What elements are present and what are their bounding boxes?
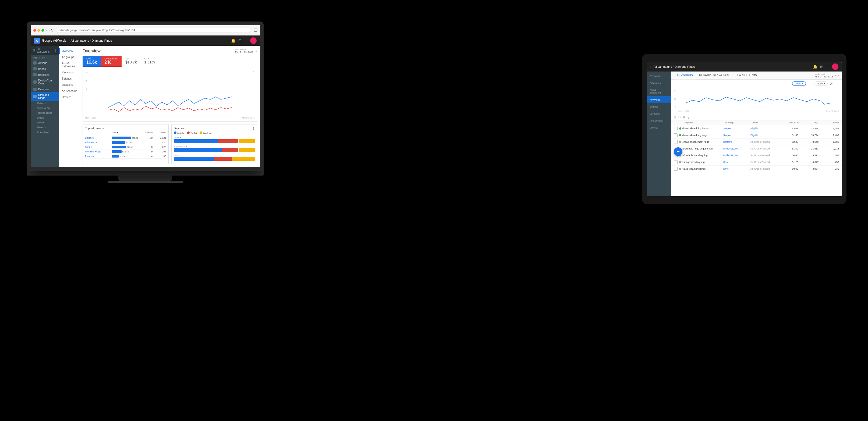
nav-overview[interactable]: Overview bbox=[59, 48, 80, 54]
sidebar-sub-platinum2[interactable]: Platinum bbox=[31, 125, 59, 130]
col-conv-header[interactable]: Conv. ▾ bbox=[139, 131, 153, 134]
nav-settings[interactable]: Settings bbox=[59, 75, 80, 82]
table-row[interactable]: cheap engagement rings Solitaire Ad Grou… bbox=[671, 139, 842, 145]
t-nav-settings[interactable]: Settings bbox=[647, 103, 671, 110]
th-status[interactable]: Status bbox=[752, 122, 779, 124]
notification-icon[interactable]: 🔔 bbox=[813, 65, 817, 69]
nav-devices[interactable]: Devices bbox=[59, 94, 80, 100]
ad-group-cell[interactable]: Solitaire bbox=[723, 140, 750, 143]
tab-keywords[interactable]: KEYWORDS bbox=[674, 71, 696, 79]
table-row-promise-rings[interactable]: Promise Rings $18.19 9 201 bbox=[85, 150, 166, 154]
metric-ctr[interactable]: CTR 1.51% bbox=[141, 56, 159, 67]
nav-ad-groups[interactable]: Ad groups bbox=[59, 54, 80, 60]
more-icon[interactable]: ⋮ bbox=[54, 49, 57, 52]
th-impressions[interactable]: Impr. bbox=[799, 122, 819, 124]
panel-more-icon[interactable]: ⋮ bbox=[163, 127, 166, 130]
ad-group-cell[interactable]: Style bbox=[723, 161, 750, 163]
ad-group-cell[interactable]: Under $1,000 bbox=[723, 147, 750, 150]
notification-icon[interactable]: 🔔 bbox=[231, 38, 236, 43]
tab-negative-keywords[interactable]: NEGATIVE KEYWORDS bbox=[696, 71, 732, 79]
table-row[interactable]: vintage wedding ring Style Ad Group Paus… bbox=[671, 159, 842, 166]
more-icon[interactable]: ⋮ bbox=[826, 65, 830, 69]
sidebar-sub-princess-cut[interactable]: Princess Cut bbox=[31, 106, 59, 110]
sidebar-item-diamond-rings[interactable]: Diamond Rings bbox=[31, 92, 59, 101]
refresh-icon[interactable]: ↻ bbox=[678, 115, 681, 119]
row-checkbox[interactable] bbox=[674, 127, 678, 130]
sidebar-item-bracelets[interactable]: Bracelets bbox=[31, 72, 59, 78]
back-button[interactable]: ‹ bbox=[650, 65, 651, 69]
table-row[interactable]: diamond wedding rings Simple Eligible $1… bbox=[671, 132, 842, 139]
table-row[interactable]: affordable rings engagement Under $1,000… bbox=[671, 145, 842, 152]
maximize-dot[interactable] bbox=[41, 29, 44, 32]
user-avatar[interactable] bbox=[250, 37, 257, 44]
t-nav-overview[interactable]: Overview bbox=[647, 73, 671, 79]
nav-locations[interactable]: Locations bbox=[59, 82, 80, 88]
clicks-chip[interactable]: Clicks ▾ bbox=[792, 82, 806, 86]
nav-ads-extensions[interactable]: Ads & Extensions bbox=[59, 60, 80, 69]
breadcrumb-all[interactable]: All campaigns bbox=[71, 39, 89, 42]
sidebar-item-designer[interactable]: Designer bbox=[31, 86, 59, 92]
col-cost-header[interactable]: Cost ▾ bbox=[112, 131, 140, 134]
metric-conversions[interactable]: Conversions 248 bbox=[101, 56, 122, 67]
metric-cost[interactable]: Cost $10.7k bbox=[122, 56, 141, 67]
nav-keywords[interactable]: Keywords bbox=[59, 69, 80, 75]
table-row[interactable]: affordable wedding ring Under $1,000 Ad … bbox=[671, 152, 842, 159]
browser-url[interactable]: adwords.google.com/aw/cm/keyword/regular… bbox=[56, 28, 251, 33]
th-clicks[interactable]: Clicks bbox=[819, 122, 839, 124]
ad-group-cell[interactable]: Simple bbox=[723, 127, 750, 130]
more-icon[interactable]: ⋮ bbox=[687, 115, 690, 119]
browser-menu-icon[interactable]: ☰ bbox=[253, 28, 257, 33]
t-nav-ads-extensions[interactable]: Ads & Extensions bbox=[647, 87, 671, 96]
ad-group-cell[interactable]: Simple bbox=[723, 134, 750, 136]
metric-clicks[interactable]: Clicks 16.6k bbox=[83, 56, 101, 67]
expand-icon[interactable]: ⤢ bbox=[830, 82, 833, 86]
devices-more-icon[interactable]: ⋮ bbox=[252, 127, 255, 130]
t-nav-ad-groups[interactable]: Ad groups bbox=[647, 79, 671, 87]
table-row-simple[interactable]: Simple $29.41 0 223 bbox=[85, 145, 166, 150]
date-prev-icon[interactable]: ‹ bbox=[254, 50, 255, 53]
th-max-cpc[interactable]: Max. CPC bbox=[778, 122, 799, 124]
row-checkbox[interactable] bbox=[674, 160, 678, 164]
all-campaigns-item[interactable]: ⊞ All campaigns ⋮ bbox=[31, 46, 59, 55]
table-row-platinum[interactable]: Platinum $12.97 4 95 bbox=[85, 154, 166, 159]
sidebar-sub-simple[interactable]: Simple bbox=[31, 115, 59, 120]
table-row-princess-cut[interactable]: Princess cut $27.13 7 520 bbox=[85, 140, 166, 145]
table-row[interactable]: diamond wedding bands Simple Eligible $3… bbox=[671, 125, 842, 132]
sidebar-sub-white-gold[interactable]: White Gold bbox=[31, 130, 59, 135]
row-checkbox[interactable] bbox=[674, 167, 678, 171]
tab-search-terms[interactable]: SEARCH TERMS bbox=[732, 71, 760, 79]
clicks-bar-label[interactable]: Clicks ▾ bbox=[174, 136, 255, 139]
th-ad-group[interactable]: Ad group bbox=[725, 122, 752, 124]
impressions-bar-label[interactable]: Impressions ▾ bbox=[174, 145, 255, 148]
date-prev-icon[interactable]: ‹ bbox=[835, 74, 836, 77]
sidebar-sub-promise-rings[interactable]: Promise Rings bbox=[31, 110, 59, 115]
forward-button[interactable]: › bbox=[49, 29, 50, 32]
table-row-solitaire[interactable]: Solitaire $39.87 90 3,821 bbox=[85, 136, 166, 140]
back-button[interactable]: ‹ bbox=[46, 29, 47, 32]
more-icon[interactable]: ⋮ bbox=[244, 38, 248, 43]
sidebar-sub-solitaire[interactable]: Solitaire bbox=[31, 120, 59, 125]
minimize-dot[interactable] bbox=[37, 29, 40, 32]
ad-group-cell[interactable]: Style bbox=[723, 167, 750, 170]
sidebar-item-design-your-own[interactable]: Design Your Own bbox=[31, 78, 59, 86]
columns-icon[interactable]: ⊞ bbox=[682, 115, 685, 119]
breadcrumb-all[interactable]: All campaigns bbox=[654, 65, 672, 68]
nav-ad-schedule[interactable]: Ad Schedule bbox=[59, 88, 80, 94]
filter-icon[interactable]: ⊟ bbox=[674, 115, 677, 119]
col-impr-header[interactable]: Impr. bbox=[153, 131, 166, 134]
t-nav-keywords[interactable]: Keywords bbox=[647, 96, 671, 103]
table-row[interactable]: classic diamond rings Style Ad Group Pau… bbox=[671, 166, 842, 172]
t-nav-devices[interactable]: Devices bbox=[647, 124, 671, 131]
grid-icon[interactable]: ⊞ bbox=[238, 38, 242, 43]
row-checkbox[interactable] bbox=[674, 133, 678, 137]
sidebar-item-antique[interactable]: Antique bbox=[31, 60, 59, 66]
refresh-button[interactable]: ↻ bbox=[51, 28, 54, 33]
grid-icon[interactable]: ⊞ bbox=[820, 65, 823, 69]
row-checkbox[interactable] bbox=[674, 140, 678, 144]
t-nav-ad-schedule[interactable]: Ad Schedule bbox=[647, 117, 671, 124]
ad-group-cell[interactable]: Under $1,000 bbox=[723, 154, 750, 157]
cost-bar-label[interactable]: Cost ▾ bbox=[174, 154, 255, 157]
user-avatar[interactable] bbox=[832, 63, 838, 70]
close-dot[interactable] bbox=[33, 29, 36, 32]
add-keyword-button[interactable]: + bbox=[674, 147, 682, 156]
